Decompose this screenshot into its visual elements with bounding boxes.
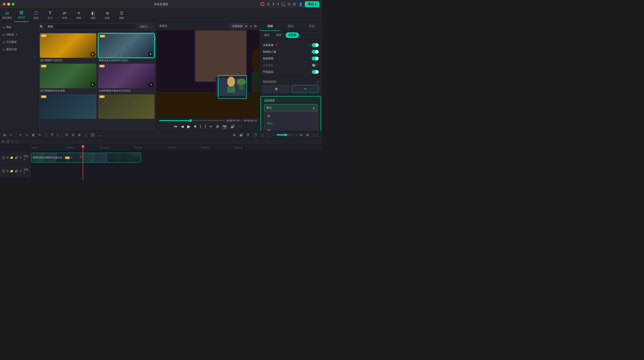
sidebar-item-my[interactable]: ▶ 我的 — [0, 24, 38, 31]
cut-button[interactable]: ✂ — [37, 132, 42, 137]
export-button[interactable]: 导出 ▾ — [305, 1, 319, 7]
track-content-video3[interactable] — [31, 164, 322, 178]
add-text-button[interactable]: T — [12, 140, 13, 143]
monitor-icon[interactable]: 🖥 — [266, 2, 270, 6]
stop-button[interactable]: ■ — [194, 124, 197, 129]
select-tool[interactable]: ↖ — [8, 132, 14, 137]
sidebar-item-visual[interactable]: ▶ 视觉中国 — [0, 46, 38, 53]
voice-button[interactable]: 🎙 — [246, 132, 251, 137]
go-to-start-button[interactable]: ⏮ — [173, 124, 178, 129]
tab-speed[interactable]: 变速 — [301, 22, 322, 31]
tool-text[interactable]: T 文字 — [43, 8, 57, 22]
maximize-button[interactable] — [12, 3, 14, 5]
media-card-6[interactable]: VIP — [98, 94, 155, 119]
tool-effects[interactable]: ✦ 特效 — [72, 8, 86, 22]
mark-out-button[interactable]: } — [204, 124, 206, 129]
subtab-basic[interactable]: 基础 — [262, 32, 272, 38]
settings-button[interactable]: ⋯ — [238, 124, 242, 129]
captions-button[interactable]: ⬚ — [266, 132, 271, 137]
download-icon[interactable]: ⬇ — [90, 52, 95, 57]
text-button[interactable]: T — [50, 132, 54, 137]
tool-audio[interactable]: 🎵 音频 — [28, 8, 43, 22]
progress-thumb[interactable] — [189, 119, 192, 122]
snapshot-button[interactable]: 📷 — [222, 124, 228, 129]
media-card-4[interactable]: VIP ⬇ 女孩听网课并修改自己的作品 — [98, 64, 155, 92]
add-track-button[interactable]: ⊕ — [299, 132, 304, 137]
subtab-mask[interactable]: 遮罩 — [274, 32, 284, 38]
grid-timeline-button[interactable]: ⋮⋮ — [311, 132, 320, 137]
motion-help[interactable]: ❓ — [275, 64, 278, 67]
tool-template[interactable]: ☰ 模板 — [114, 8, 129, 22]
screen-record-button[interactable]: ⬚ — [260, 132, 265, 137]
resize-button[interactable]: ⬚ — [44, 132, 49, 137]
settings-edit-button[interactable]: ⚙ — [232, 132, 237, 137]
planar-tracking-toggle[interactable] — [312, 70, 319, 74]
search-input[interactable] — [45, 24, 136, 29]
prev-frame-button[interactable]: ◀ — [180, 124, 184, 129]
crop-button[interactable]: □ — [56, 132, 60, 137]
zoom-thumb[interactable] — [284, 134, 287, 136]
audio-button[interactable]: 🔊 — [230, 124, 236, 129]
track-visibility-icon-4[interactable]: 👁 — [20, 156, 22, 159]
tab-video[interactable]: 视频 — [260, 22, 280, 31]
tool-transition[interactable]: ⇄ 转场 — [57, 8, 72, 22]
scissors-icon[interactable]: ✂ — [80, 155, 84, 160]
green-screen-help[interactable]: ❓ — [275, 44, 278, 46]
window-controls[interactable] — [3, 3, 14, 5]
minimize-button[interactable] — [7, 3, 10, 5]
delete-tracker-button[interactable]: 🗑 — [263, 85, 290, 93]
mark-in-button[interactable]: { — [200, 124, 202, 129]
media-card-5[interactable]: VIP — [40, 94, 96, 119]
ai-cutout-toggle[interactable] — [312, 56, 319, 60]
grid-icon[interactable]: ⊞ — [288, 2, 290, 6]
download-icon[interactable]: ⬇ — [276, 2, 280, 6]
zoom-slider[interactable] — [276, 134, 294, 136]
preview-window[interactable]: ⬚ — [83, 132, 88, 137]
green-screen-toggle[interactable] — [312, 43, 319, 47]
capture-button[interactable]: ⬛ — [90, 132, 96, 137]
add-audio-button[interactable]: 🎵 — [6, 140, 10, 143]
insert-button[interactable]: ↵ — [209, 124, 213, 129]
track-add-icon-3[interactable]: ⊞ — [6, 170, 9, 173]
add-pip-button[interactable]: ⬚ — [15, 140, 18, 143]
track-audio-icon-4[interactable]: 🔊 — [15, 156, 18, 159]
grid-view-icon[interactable]: ⊞ — [250, 24, 252, 28]
layout-button[interactable]: ⊞ — [305, 132, 310, 137]
download-icon-3[interactable]: ⬇ — [90, 82, 95, 87]
delete-button[interactable]: 🗑 — [31, 132, 36, 137]
collapse-icon[interactable]: ◁ — [34, 55, 36, 58]
precision-option-high[interactable]: 高 — [264, 127, 317, 131]
tool-sticker[interactable]: ⊕ 贴纸 — [100, 8, 114, 22]
close-button[interactable] — [3, 3, 6, 5]
view-tracker-button[interactable]: 👁 — [292, 85, 319, 93]
clip-edit-icon[interactable]: ✎ — [71, 156, 73, 159]
image-icon[interactable]: 🖼 — [254, 24, 257, 28]
tool-filter[interactable]: ◧ 滤镜 — [86, 8, 100, 22]
media-card-1[interactable]: VIP ⬇ 进行网课学习的学生 — [40, 33, 96, 62]
upload-icon[interactable]: ⬆ — [272, 2, 275, 6]
tracker-reset-icon[interactable]: ↺ — [317, 80, 319, 84]
track-add-icon-4[interactable]: ⊞ — [6, 156, 9, 159]
download-icon-4[interactable]: ⬇ — [148, 82, 154, 87]
volume-edit-button[interactable]: 🔊 — [238, 132, 244, 137]
erase-button[interactable]: ⊘ — [71, 132, 76, 137]
undo-button[interactable]: ↩ — [18, 132, 23, 137]
tab-color[interactable]: 颜色 — [280, 22, 301, 31]
precision-option-low[interactable]: 低 — [264, 112, 317, 120]
video-clip-4[interactable]: 网课结束后老师和学生相互说再见镜头 VIP ✎ — [31, 153, 141, 163]
filter-button[interactable]: 全部 ▾ — [138, 24, 150, 29]
progress-track[interactable] — [159, 120, 225, 121]
add-media-button[interactable]: ⊞ — [2, 140, 4, 143]
track-visibility-icon-3[interactable]: 👁 — [20, 170, 22, 173]
full-screen-button[interactable]: ⊞ — [216, 124, 219, 129]
track-audio-icon-3[interactable]: 🔊 — [15, 170, 18, 173]
rotate-button[interactable]: ⟳ — [64, 132, 69, 137]
sidebar-item-wanxin[interactable]: ▶ 万兴喵库 — [0, 38, 38, 46]
precision-dropdown-button[interactable]: 默认 ▲ — [264, 104, 318, 111]
headphone-icon[interactable]: 🎧 — [281, 2, 286, 6]
more-button[interactable]: ⋯ — [151, 24, 154, 29]
multitrack-button[interactable]: ⊞ — [2, 132, 7, 137]
user-icon[interactable]: 👤 — [298, 2, 303, 6]
ai-person-toggle[interactable] — [312, 50, 319, 54]
more-edit-button[interactable]: … — [97, 132, 102, 137]
